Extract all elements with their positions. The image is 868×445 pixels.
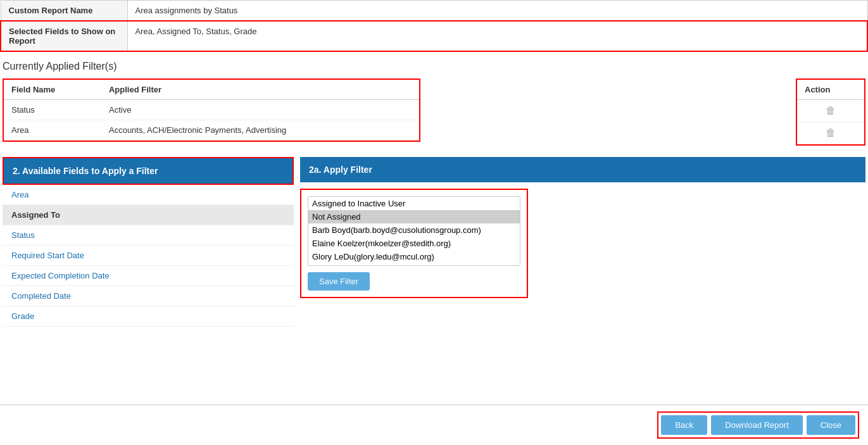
applied-filter-status: Active bbox=[101, 100, 419, 120]
selected-fields-value: Area, Assigned To, Status, Grade bbox=[127, 21, 867, 51]
list-item: Required Start Date bbox=[3, 246, 294, 266]
required-start-date-link[interactable]: Required Start Date bbox=[11, 251, 84, 260]
option-elaine-koelzer[interactable]: Elaine Koelzer(mkoelzer@stedith.org) bbox=[308, 237, 520, 250]
area-link[interactable]: Area bbox=[11, 190, 28, 199]
bottom-bar: Back Download Report Close bbox=[0, 404, 868, 445]
completed-date-link[interactable]: Completed Date bbox=[11, 291, 71, 301]
action-delete-status[interactable]: 🗑 bbox=[797, 100, 864, 122]
table-row: 🗑 bbox=[797, 122, 864, 144]
status-link[interactable]: Status bbox=[11, 230, 35, 240]
action-table-box: Action 🗑 🗑 bbox=[796, 78, 865, 146]
report-name-label: Custom Report Name bbox=[1, 1, 127, 22]
left-panel: 2. Available Fields to Apply a Filter Ar… bbox=[3, 157, 294, 327]
list-item-assigned-to: Assigned To bbox=[3, 205, 294, 225]
filter-select[interactable]: Assigned to Inactive User Not Assigned B… bbox=[308, 196, 520, 266]
download-report-button[interactable]: Download Report bbox=[711, 415, 802, 435]
field-name-status: Status bbox=[4, 100, 101, 120]
close-button[interactable]: Close bbox=[807, 415, 855, 435]
list-item: Grade bbox=[3, 306, 294, 327]
right-panel: 2a. Apply Filter Assigned to Inactive Us… bbox=[300, 157, 865, 327]
bottom-bar-inner: Back Download Report Close bbox=[657, 411, 859, 439]
save-filter-button[interactable]: Save Filter bbox=[308, 272, 370, 291]
assigned-to-label: Assigned To bbox=[11, 210, 60, 220]
applied-filters-heading: Currently Applied Filter(s) bbox=[3, 61, 865, 72]
available-fields-list: Area Assigned To Status Required Start D… bbox=[3, 185, 294, 327]
trash-icon: 🗑 bbox=[826, 127, 836, 138]
table-row: 🗑 bbox=[797, 100, 864, 122]
info-table: Custom Report Name Area assignments by S… bbox=[0, 0, 868, 52]
action-table: Action 🗑 🗑 bbox=[797, 80, 864, 144]
bottom-panels: 2. Available Fields to Apply a Filter Ar… bbox=[3, 157, 865, 327]
report-name-value: Area assignments by Status bbox=[127, 1, 867, 22]
option-barb-boyd[interactable]: Barb Boyd(barb.boyd@cusolutionsgroup.com… bbox=[308, 223, 520, 237]
grade-link[interactable]: Grade bbox=[11, 311, 34, 321]
trash-icon: 🗑 bbox=[826, 105, 836, 116]
expected-completion-date-link[interactable]: Expected Completion Date bbox=[11, 271, 110, 280]
field-name-area: Area bbox=[4, 120, 101, 141]
page-wrapper: Custom Report Name Area assignments by S… bbox=[0, 0, 868, 445]
apply-filter-box: Assigned to Inactive User Not Assigned B… bbox=[300, 189, 528, 298]
option-not-assigned[interactable]: Not Assigned bbox=[308, 210, 520, 223]
report-name-row: Custom Report Name Area assignments by S… bbox=[1, 1, 867, 22]
list-item: Area bbox=[3, 185, 294, 205]
selected-fields-label: Selected Fields to Show on Report bbox=[1, 21, 127, 51]
filter-table: Field Name Applied Filter Status Active … bbox=[4, 80, 419, 141]
selected-fields-row: Selected Fields to Show on Report Area, … bbox=[1, 21, 867, 51]
col-action: Action bbox=[797, 80, 864, 100]
option-glory-ledu[interactable]: Glory LeDu(glory.ledu@mcul.org) bbox=[308, 250, 520, 263]
back-button[interactable]: Back bbox=[661, 415, 707, 435]
apply-filter-header: 2a. Apply Filter bbox=[300, 157, 865, 182]
list-item: Completed Date bbox=[3, 286, 294, 306]
available-fields-header: 2. Available Fields to Apply a Filter bbox=[3, 157, 294, 185]
list-item: Status bbox=[3, 225, 294, 246]
col-applied-filter: Applied Filter bbox=[101, 80, 419, 100]
option-inactive-user[interactable]: Assigned to Inactive User bbox=[308, 197, 520, 210]
applied-filter-area: Accounts, ACH/Electronic Payments, Adver… bbox=[101, 120, 419, 141]
col-field-name: Field Name bbox=[4, 80, 101, 100]
filter-table-box: Field Name Applied Filter Status Active … bbox=[3, 78, 420, 142]
action-delete-area[interactable]: 🗑 bbox=[797, 122, 864, 144]
table-row: Area Accounts, ACH/Electronic Payments, … bbox=[4, 120, 419, 141]
table-row: Status Active bbox=[4, 100, 419, 120]
list-item: Expected Completion Date bbox=[3, 266, 294, 286]
